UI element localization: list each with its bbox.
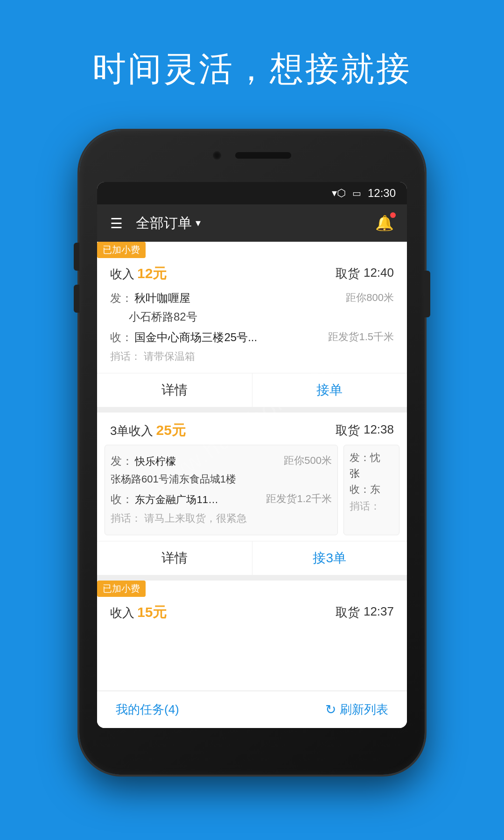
- phone-device: ▾⬡ ▭ 12:30 ☰ 全部订单 ▾ 🔔 已加小费 收入: [79, 131, 425, 775]
- order-card-1: 已加小费 收入 12元 取货 12:40 发： 秋叶咖喱屋: [97, 242, 407, 407]
- mini1-note-text: 请马上来取货，很紧急: [144, 512, 247, 524]
- mini2-from-prefix: 发：忱: [350, 451, 393, 465]
- order2-mini-cards: 发： 快乐柠檬 距你500米 张杨路601号浦东食品城1楼 收： 东方金融广场1…: [97, 445, 407, 541]
- wifi-icon: ▾⬡: [332, 187, 346, 199]
- order1-body: 发： 秋叶咖喱屋 距你800米 小石桥路82号 收： 国金中心商场三楼25号..…: [97, 288, 407, 373]
- mini1-from-name: 快乐柠檬: [135, 455, 176, 467]
- screen-content: 已加小费 收入 12元 取货 12:40 发： 秋叶咖喱屋: [97, 242, 407, 728]
- order1-accept-button[interactable]: 接单: [252, 373, 407, 407]
- order1-note-text: 请带保温箱: [144, 350, 195, 362]
- headline: 时间灵活，想接就接: [0, 47, 504, 91]
- order1-from-name: 秋叶咖喱屋: [134, 292, 190, 304]
- mini1-to-row: 收： 东方金融广场11… 距发货1.2千米: [111, 489, 332, 510]
- order1-from-distance: 距你800米: [346, 291, 394, 305]
- order1-note-label: 捎话：: [110, 350, 141, 362]
- order2-accept-button[interactable]: 接3单: [252, 541, 407, 575]
- hamburger-icon[interactable]: ☰: [110, 215, 123, 231]
- mini1-to-distance: 距发货1.2千米: [266, 492, 332, 506]
- order1-pickup-label: 取货: [336, 266, 360, 282]
- multi-order-card-row: 发： 快乐柠檬 距你500米 张杨路601号浦东食品城1楼 收： 东方金融广场1…: [105, 445, 399, 535]
- mini1-to-prefix: 收：: [111, 493, 133, 505]
- status-bar: ▾⬡ ▭ 12:30: [97, 182, 407, 204]
- order1-to-name: 国金中心商场三楼25号...: [134, 331, 257, 343]
- order3-pickup-time: 12:37: [364, 604, 394, 621]
- order1-income-label: 收入: [110, 266, 134, 282]
- app-bar-title: 全部订单 ▾: [136, 214, 201, 233]
- order1-detail-button[interactable]: 详情: [97, 373, 252, 407]
- order2-header: 3单收入 25元 取货 12:38: [97, 413, 407, 445]
- order1-note: 捎话： 请带保温箱: [110, 348, 394, 367]
- order2-pickup-label: 取货: [336, 422, 360, 439]
- order2-mini-card-2: 发：忱 张 收：东 捎话：: [343, 445, 399, 535]
- app-bar: ☰ 全部订单 ▾ 🔔: [97, 204, 407, 242]
- order1-from-prefix: 发：: [110, 292, 133, 304]
- mini1-note: 捎话： 请马上来取货，很紧急: [111, 510, 332, 529]
- order1-pickup-time: 12:40: [364, 266, 394, 282]
- bottom-bar: 我的任务(4) ↻ 刷新列表: [97, 691, 407, 728]
- refresh-label: 刷新列表: [340, 701, 388, 718]
- order1-to-distance: 距发货1.5千米: [328, 330, 394, 344]
- order1-actions: 详情 接单: [97, 373, 407, 407]
- mini2-note-label: 捎话：: [350, 497, 393, 513]
- order1-from-row: 发： 秋叶咖喱屋 距你800米: [110, 288, 394, 308]
- dropdown-arrow-icon[interactable]: ▾: [196, 217, 201, 229]
- order2-income-value: 25元: [156, 421, 185, 440]
- mini1-to-name: 东方金融广场11…: [135, 494, 218, 505]
- mini1-from-distance: 距你500米: [284, 454, 332, 468]
- order2-actions: 详情 接3单: [97, 541, 407, 575]
- notification-dot: [390, 212, 396, 218]
- status-time: 12:30: [368, 187, 396, 200]
- order-card-3: 已加小费 收入 15元 取货 12:37: [97, 581, 407, 691]
- order2-detail-button[interactable]: 详情: [97, 541, 252, 575]
- speaker-grill: [235, 152, 291, 159]
- order1-from-address: 小石桥路82号: [110, 308, 394, 327]
- order3-pickup-label: 取货: [336, 604, 360, 621]
- order1-income-value: 12元: [137, 264, 167, 283]
- mini1-from-address: 张杨路601号浦东食品城1楼: [111, 471, 332, 489]
- order2-count-label: 3单收入: [110, 423, 153, 439]
- app-title-text: 全部订单: [136, 214, 192, 233]
- order1-to-row: 收： 国金中心商场三楼25号... 距发货1.5千米: [110, 327, 394, 348]
- mini2-from-address: 张: [350, 465, 393, 483]
- order-card-2: 3单收入 25元 取货 12:38 发：: [97, 413, 407, 575]
- order1-badge: 已加小费: [97, 242, 146, 258]
- order3-income-value: 15元: [137, 603, 167, 622]
- order3-header: 已加小费 收入 15元 取货 12:37: [97, 581, 407, 627]
- mini2-to-prefix: 收：东: [350, 483, 393, 497]
- my-task-button[interactable]: 我的任务(4): [116, 701, 179, 718]
- refresh-icon: ↻: [325, 702, 336, 717]
- mini1-from-prefix: 发：: [111, 455, 133, 467]
- mini1-from-row: 发： 快乐柠檬 距你500米: [111, 451, 332, 471]
- order2-mini-card-1: 发： 快乐柠檬 距你500米 张杨路601号浦东食品城1楼 收： 东方金融广场1…: [105, 445, 338, 535]
- camera-dot: [213, 151, 221, 160]
- order3-badge: 已加小费: [97, 581, 146, 597]
- refresh-button[interactable]: ↻ 刷新列表: [325, 701, 388, 718]
- order2-pickup-time: 12:38: [364, 422, 394, 439]
- order3-income-label: 收入: [110, 605, 134, 621]
- order1-to-prefix: 收：: [110, 331, 133, 343]
- notification-icon[interactable]: 🔔: [375, 214, 394, 232]
- phone-screen: ▾⬡ ▭ 12:30 ☰ 全部订单 ▾ 🔔 已加小费 收入: [97, 182, 407, 728]
- order1-header: 已加小费 收入 12元 取货 12:40: [97, 242, 407, 288]
- phone-camera-area: [213, 151, 291, 160]
- battery-icon: ▭: [352, 188, 361, 199]
- mini1-note-label: 捎话：: [111, 512, 141, 524]
